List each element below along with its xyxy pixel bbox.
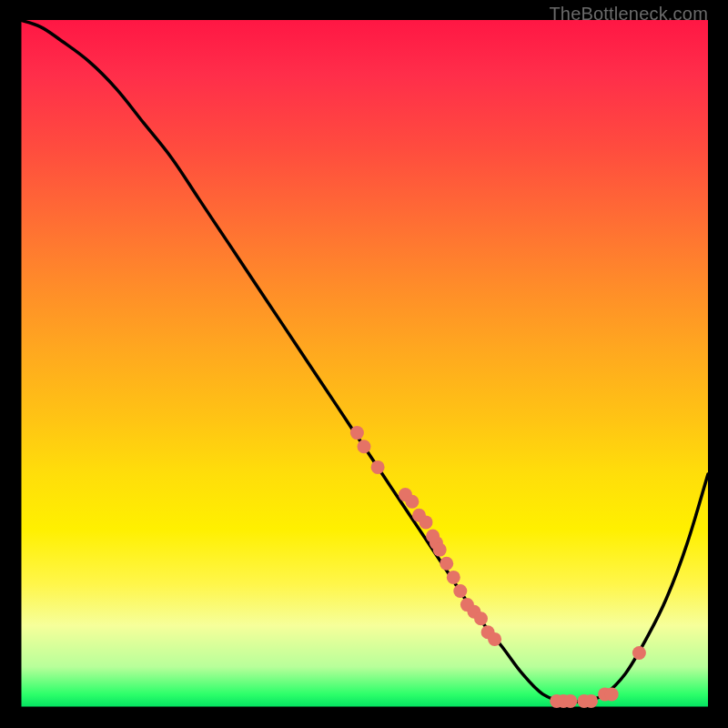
scatter-point [605, 687, 619, 701]
scatter-point [453, 584, 467, 598]
scatter-point [632, 646, 646, 660]
scatter-point [447, 571, 460, 584]
scatter-point [358, 440, 371, 453]
points-layer [20, 20, 708, 708]
scatter-point [584, 694, 598, 708]
scatter-point [420, 515, 433, 529]
scatter-point [405, 495, 419, 509]
plot-area [20, 20, 708, 708]
scatter-point [440, 557, 453, 571]
chart-stage: TheBottleneck.com [0, 0, 728, 728]
scatter-points [350, 426, 646, 708]
scatter-point [488, 632, 501, 646]
scatter-point [350, 426, 364, 440]
scatter-point [371, 460, 385, 474]
scatter-point [563, 694, 577, 708]
scatter-point [474, 612, 488, 625]
scatter-point [433, 543, 447, 557]
